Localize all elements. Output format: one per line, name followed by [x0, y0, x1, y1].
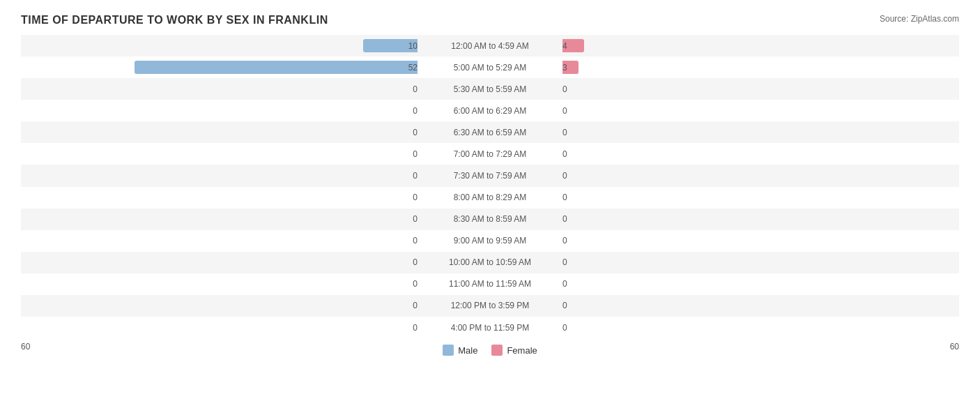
male-value-wrapper: 0	[413, 143, 418, 165]
axis-right-label: 60	[950, 342, 959, 356]
female-value-wrapper: 0	[562, 165, 567, 186]
female-bar-section	[490, 143, 889, 165]
male-bar-section	[91, 56, 490, 78]
table-row: 5:00 AM to 5:29 AM523	[21, 56, 959, 78]
male-value-wrapper: 0	[413, 187, 418, 209]
female-value-wrapper: 0	[562, 209, 567, 230]
female-bar-section	[490, 56, 889, 78]
table-row: 5:30 AM to 5:59 AM00	[21, 78, 959, 100]
female-value-wrapper: 0	[562, 121, 567, 143]
table-row: 7:00 AM to 7:29 AM00	[21, 143, 959, 165]
female-value-wrapper: 0	[562, 295, 567, 317]
female-bar-section	[490, 209, 889, 230]
chart-area: 12:00 AM to 4:59 AM1045:00 AM to 5:29 AM…	[21, 35, 959, 359]
female-bar-section	[490, 187, 889, 209]
rows-container: 12:00 AM to 4:59 AM1045:00 AM to 5:29 AM…	[21, 35, 959, 338]
male-bar-section	[91, 273, 490, 295]
table-row: 9:00 AM to 9:59 AM00	[21, 230, 959, 252]
male-bar-section	[91, 187, 490, 209]
axis-bottom: 60 Male Female 60	[21, 338, 959, 359]
male-bar-section	[91, 121, 490, 143]
female-bar-section	[490, 100, 889, 121]
female-bar-section	[490, 165, 889, 186]
table-row: 10:00 AM to 10:59 AM00	[21, 252, 959, 273]
table-row: 11:00 AM to 11:59 AM00	[21, 273, 959, 295]
male-value-wrapper: 0	[413, 273, 418, 295]
male-value-wrapper: 10	[408, 35, 418, 56]
female-value-wrapper: 0	[562, 187, 567, 209]
male-bar-section	[91, 295, 490, 317]
female-bar-section	[490, 295, 889, 317]
male-bar-section	[91, 35, 490, 56]
male-value-wrapper: 0	[413, 252, 418, 273]
male-bar-section	[91, 100, 490, 121]
table-row: 6:30 AM to 6:59 AM00	[21, 121, 959, 143]
male-value-wrapper: 0	[413, 230, 418, 252]
male-value-wrapper: 52	[408, 56, 418, 78]
male-bar	[135, 61, 418, 74]
male-value-wrapper: 0	[413, 78, 418, 100]
male-bar-section	[91, 252, 490, 273]
male-bar-section	[91, 78, 490, 100]
table-row: 8:30 AM to 8:59 AM00	[21, 209, 959, 230]
table-row: 12:00 PM to 3:59 PM00	[21, 295, 959, 317]
legend-male-label: Male	[458, 345, 477, 356]
male-bar-section	[91, 230, 490, 252]
table-row: 6:00 AM to 6:29 AM00	[21, 100, 959, 121]
chart-container: TIME OF DEPARTURE TO WORK BY SEX IN FRAN…	[0, 0, 980, 415]
table-row: 8:00 AM to 8:29 AM00	[21, 187, 959, 209]
female-bar-section	[490, 121, 889, 143]
male-value-wrapper: 0	[413, 165, 418, 186]
female-bar-section	[490, 252, 889, 273]
male-bar-section	[91, 209, 490, 230]
female-value-wrapper: 3	[562, 56, 567, 78]
male-bar-section	[91, 317, 490, 338]
female-value-wrapper: 0	[562, 78, 567, 100]
chart-title: TIME OF DEPARTURE TO WORK BY SEX IN FRAN…	[21, 14, 959, 27]
female-value-wrapper: 0	[562, 143, 567, 165]
legend: Male Female	[443, 345, 537, 356]
female-value-wrapper: 0	[562, 230, 567, 252]
table-row: 12:00 AM to 4:59 AM104	[21, 35, 959, 56]
female-value-wrapper: 0	[562, 317, 567, 338]
female-bar-section	[490, 273, 889, 295]
female-bar-section	[490, 317, 889, 338]
male-value-wrapper: 0	[413, 100, 418, 121]
legend-female-label: Female	[507, 345, 537, 356]
female-value-wrapper: 0	[562, 100, 567, 121]
legend-male-box	[443, 345, 454, 356]
female-value-wrapper: 0	[562, 273, 567, 295]
table-row: 7:30 AM to 7:59 AM00	[21, 165, 959, 186]
axis-left-label: 60	[21, 342, 30, 356]
male-value-wrapper: 0	[413, 317, 418, 338]
male-value-wrapper: 0	[413, 209, 418, 230]
legend-female: Female	[491, 345, 537, 356]
source-text: Source: ZipAtlas.com	[880, 14, 959, 24]
male-bar-section	[91, 165, 490, 186]
legend-male: Male	[443, 345, 477, 356]
female-bar-section	[490, 230, 889, 252]
male-value-wrapper: 0	[413, 295, 418, 317]
female-value-wrapper: 0	[562, 252, 567, 273]
female-value-wrapper: 4	[562, 35, 567, 56]
female-bar-section	[490, 35, 889, 56]
male-value-wrapper: 0	[413, 121, 418, 143]
table-row: 4:00 PM to 11:59 PM00	[21, 317, 959, 338]
legend-female-box	[491, 345, 503, 356]
male-bar-section	[91, 143, 490, 165]
female-bar-section	[490, 78, 889, 100]
